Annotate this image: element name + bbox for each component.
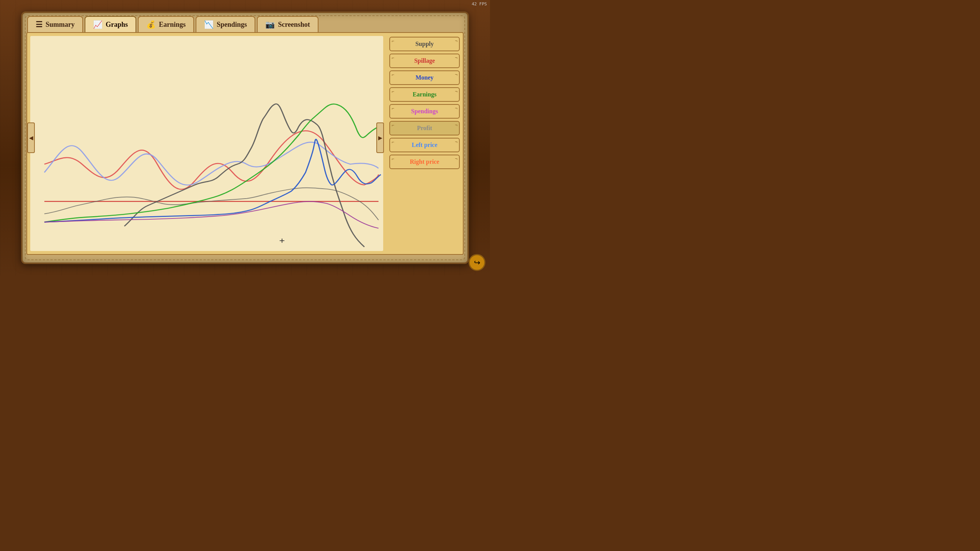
sidebar-btn-profit[interactable]: Profit: [389, 121, 460, 135]
bottom-icon-button[interactable]: ↪: [469, 254, 485, 271]
tab-earnings[interactable]: 💰 Earnings: [138, 16, 194, 32]
tab-summary[interactable]: ☰ Summary: [27, 16, 83, 32]
earnings-icon: 💰: [146, 20, 156, 29]
sidebar-btn-earnings[interactable]: Earnings: [389, 87, 460, 102]
nav-right-button[interactable]: ▶: [376, 122, 384, 153]
spendings-icon: 📉: [204, 20, 214, 29]
sidebar-btn-left-price[interactable]: Left price: [389, 138, 460, 152]
content-area: ◀: [26, 32, 464, 255]
svg-rect-0: [30, 36, 383, 251]
fps-counter: 42 FPS: [472, 2, 487, 7]
graph-svg: [30, 36, 383, 251]
graph-area[interactable]: [30, 36, 383, 251]
sidebar-btn-spillage[interactable]: Spillage: [389, 54, 460, 68]
sidebar-btn-spendings[interactable]: Spendings: [389, 104, 460, 119]
tab-bar: ☰ Summary 📈 Graphs 💰 Earnings 📉 Spending…: [23, 13, 467, 32]
summary-icon: ☰: [36, 20, 42, 29]
graph-paper: [30, 36, 383, 251]
nav-left-button[interactable]: ◀: [27, 122, 35, 153]
tab-spendings[interactable]: 📉 Spendings: [196, 16, 255, 32]
main-panel: ☰ Summary 📈 Graphs 💰 Earnings 📉 Spending…: [21, 11, 469, 264]
tab-screenshot[interactable]: 📷 Screenshot: [257, 16, 318, 32]
screenshot-icon: 📷: [265, 20, 275, 29]
sidebar-btn-money[interactable]: Money: [389, 70, 460, 85]
sidebar-btn-supply[interactable]: Supply: [389, 37, 460, 51]
graphs-icon: 📈: [93, 20, 103, 29]
arrow-icon: ↪: [474, 258, 480, 267]
sidebar-btn-right-price[interactable]: Right price: [389, 155, 460, 169]
sidebar: Supply Spillage Money Earnings Spendings…: [386, 33, 463, 254]
tab-graphs[interactable]: 📈 Graphs: [85, 16, 136, 32]
